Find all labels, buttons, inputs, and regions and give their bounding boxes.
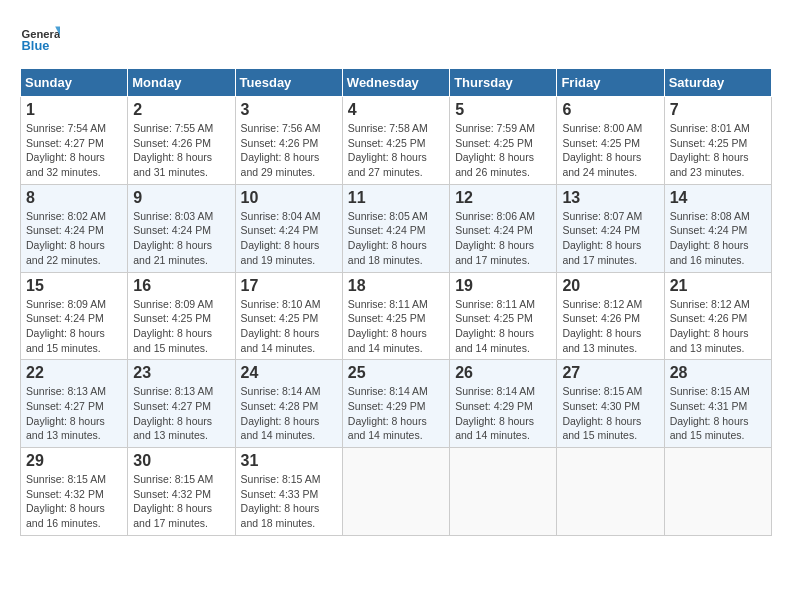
day-info: Sunrise: 8:02 AM Sunset: 4:24 PM Dayligh…	[26, 209, 122, 268]
day-info: Sunrise: 8:03 AM Sunset: 4:24 PM Dayligh…	[133, 209, 229, 268]
calendar-cell	[450, 448, 557, 536]
day-info: Sunrise: 8:09 AM Sunset: 4:25 PM Dayligh…	[133, 297, 229, 356]
weekday-saturday: Saturday	[664, 69, 771, 97]
day-info: Sunrise: 8:14 AM Sunset: 4:28 PM Dayligh…	[241, 384, 337, 443]
calendar-cell: 28Sunrise: 8:15 AM Sunset: 4:31 PM Dayli…	[664, 360, 771, 448]
week-row-2: 15Sunrise: 8:09 AM Sunset: 4:24 PM Dayli…	[21, 272, 772, 360]
day-info: Sunrise: 8:15 AM Sunset: 4:32 PM Dayligh…	[26, 472, 122, 531]
day-number: 21	[670, 277, 766, 295]
day-info: Sunrise: 8:13 AM Sunset: 4:27 PM Dayligh…	[133, 384, 229, 443]
calendar-cell: 6Sunrise: 8:00 AM Sunset: 4:25 PM Daylig…	[557, 97, 664, 185]
day-info: Sunrise: 7:59 AM Sunset: 4:25 PM Dayligh…	[455, 121, 551, 180]
weekday-tuesday: Tuesday	[235, 69, 342, 97]
calendar-cell: 12Sunrise: 8:06 AM Sunset: 4:24 PM Dayli…	[450, 184, 557, 272]
calendar-cell	[557, 448, 664, 536]
day-number: 31	[241, 452, 337, 470]
logo-icon: General Blue	[20, 20, 60, 60]
calendar-cell: 16Sunrise: 8:09 AM Sunset: 4:25 PM Dayli…	[128, 272, 235, 360]
day-number: 4	[348, 101, 444, 119]
day-info: Sunrise: 8:15 AM Sunset: 4:32 PM Dayligh…	[133, 472, 229, 531]
day-info: Sunrise: 8:08 AM Sunset: 4:24 PM Dayligh…	[670, 209, 766, 268]
week-row-0: 1Sunrise: 7:54 AM Sunset: 4:27 PM Daylig…	[21, 97, 772, 185]
day-number: 27	[562, 364, 658, 382]
calendar-cell: 13Sunrise: 8:07 AM Sunset: 4:24 PM Dayli…	[557, 184, 664, 272]
day-info: Sunrise: 8:14 AM Sunset: 4:29 PM Dayligh…	[455, 384, 551, 443]
calendar-cell: 27Sunrise: 8:15 AM Sunset: 4:30 PM Dayli…	[557, 360, 664, 448]
day-number: 16	[133, 277, 229, 295]
day-number: 28	[670, 364, 766, 382]
calendar-cell: 19Sunrise: 8:11 AM Sunset: 4:25 PM Dayli…	[450, 272, 557, 360]
day-number: 6	[562, 101, 658, 119]
calendar-cell: 9Sunrise: 8:03 AM Sunset: 4:24 PM Daylig…	[128, 184, 235, 272]
day-info: Sunrise: 8:07 AM Sunset: 4:24 PM Dayligh…	[562, 209, 658, 268]
calendar-cell: 23Sunrise: 8:13 AM Sunset: 4:27 PM Dayli…	[128, 360, 235, 448]
weekday-thursday: Thursday	[450, 69, 557, 97]
day-number: 24	[241, 364, 337, 382]
weekday-header-row: SundayMondayTuesdayWednesdayThursdayFrid…	[21, 69, 772, 97]
day-info: Sunrise: 8:10 AM Sunset: 4:25 PM Dayligh…	[241, 297, 337, 356]
day-number: 5	[455, 101, 551, 119]
calendar-cell: 10Sunrise: 8:04 AM Sunset: 4:24 PM Dayli…	[235, 184, 342, 272]
calendar-cell: 8Sunrise: 8:02 AM Sunset: 4:24 PM Daylig…	[21, 184, 128, 272]
day-number: 2	[133, 101, 229, 119]
day-number: 9	[133, 189, 229, 207]
day-info: Sunrise: 8:05 AM Sunset: 4:24 PM Dayligh…	[348, 209, 444, 268]
day-info: Sunrise: 8:12 AM Sunset: 4:26 PM Dayligh…	[562, 297, 658, 356]
calendar-cell: 20Sunrise: 8:12 AM Sunset: 4:26 PM Dayli…	[557, 272, 664, 360]
calendar-cell: 30Sunrise: 8:15 AM Sunset: 4:32 PM Dayli…	[128, 448, 235, 536]
calendar-table: SundayMondayTuesdayWednesdayThursdayFrid…	[20, 68, 772, 536]
logo: General Blue	[20, 20, 60, 60]
day-info: Sunrise: 8:12 AM Sunset: 4:26 PM Dayligh…	[670, 297, 766, 356]
day-info: Sunrise: 8:01 AM Sunset: 4:25 PM Dayligh…	[670, 121, 766, 180]
calendar-cell: 15Sunrise: 8:09 AM Sunset: 4:24 PM Dayli…	[21, 272, 128, 360]
day-number: 13	[562, 189, 658, 207]
day-number: 19	[455, 277, 551, 295]
calendar-cell	[342, 448, 449, 536]
day-number: 3	[241, 101, 337, 119]
day-info: Sunrise: 7:54 AM Sunset: 4:27 PM Dayligh…	[26, 121, 122, 180]
calendar-cell: 4Sunrise: 7:58 AM Sunset: 4:25 PM Daylig…	[342, 97, 449, 185]
calendar-cell: 26Sunrise: 8:14 AM Sunset: 4:29 PM Dayli…	[450, 360, 557, 448]
day-info: Sunrise: 8:11 AM Sunset: 4:25 PM Dayligh…	[348, 297, 444, 356]
day-info: Sunrise: 8:13 AM Sunset: 4:27 PM Dayligh…	[26, 384, 122, 443]
calendar-body: 1Sunrise: 7:54 AM Sunset: 4:27 PM Daylig…	[21, 97, 772, 536]
day-number: 8	[26, 189, 122, 207]
day-number: 17	[241, 277, 337, 295]
calendar-cell: 17Sunrise: 8:10 AM Sunset: 4:25 PM Dayli…	[235, 272, 342, 360]
day-info: Sunrise: 8:15 AM Sunset: 4:30 PM Dayligh…	[562, 384, 658, 443]
day-number: 25	[348, 364, 444, 382]
calendar-cell: 3Sunrise: 7:56 AM Sunset: 4:26 PM Daylig…	[235, 97, 342, 185]
calendar-cell: 18Sunrise: 8:11 AM Sunset: 4:25 PM Dayli…	[342, 272, 449, 360]
day-number: 15	[26, 277, 122, 295]
day-number: 23	[133, 364, 229, 382]
calendar-cell: 7Sunrise: 8:01 AM Sunset: 4:25 PM Daylig…	[664, 97, 771, 185]
page-header: General Blue	[20, 20, 772, 60]
weekday-sunday: Sunday	[21, 69, 128, 97]
day-info: Sunrise: 8:04 AM Sunset: 4:24 PM Dayligh…	[241, 209, 337, 268]
calendar-cell: 29Sunrise: 8:15 AM Sunset: 4:32 PM Dayli…	[21, 448, 128, 536]
svg-text:Blue: Blue	[22, 38, 50, 53]
calendar-cell: 5Sunrise: 7:59 AM Sunset: 4:25 PM Daylig…	[450, 97, 557, 185]
day-info: Sunrise: 8:15 AM Sunset: 4:31 PM Dayligh…	[670, 384, 766, 443]
day-number: 26	[455, 364, 551, 382]
day-info: Sunrise: 7:55 AM Sunset: 4:26 PM Dayligh…	[133, 121, 229, 180]
calendar-cell: 22Sunrise: 8:13 AM Sunset: 4:27 PM Dayli…	[21, 360, 128, 448]
day-number: 12	[455, 189, 551, 207]
day-number: 20	[562, 277, 658, 295]
day-info: Sunrise: 8:09 AM Sunset: 4:24 PM Dayligh…	[26, 297, 122, 356]
day-number: 1	[26, 101, 122, 119]
day-number: 11	[348, 189, 444, 207]
day-number: 29	[26, 452, 122, 470]
calendar-cell: 24Sunrise: 8:14 AM Sunset: 4:28 PM Dayli…	[235, 360, 342, 448]
calendar-cell: 1Sunrise: 7:54 AM Sunset: 4:27 PM Daylig…	[21, 97, 128, 185]
calendar-cell: 21Sunrise: 8:12 AM Sunset: 4:26 PM Dayli…	[664, 272, 771, 360]
day-info: Sunrise: 7:58 AM Sunset: 4:25 PM Dayligh…	[348, 121, 444, 180]
day-info: Sunrise: 7:56 AM Sunset: 4:26 PM Dayligh…	[241, 121, 337, 180]
calendar-cell	[664, 448, 771, 536]
day-info: Sunrise: 8:15 AM Sunset: 4:33 PM Dayligh…	[241, 472, 337, 531]
week-row-1: 8Sunrise: 8:02 AM Sunset: 4:24 PM Daylig…	[21, 184, 772, 272]
day-info: Sunrise: 8:11 AM Sunset: 4:25 PM Dayligh…	[455, 297, 551, 356]
calendar-cell: 14Sunrise: 8:08 AM Sunset: 4:24 PM Dayli…	[664, 184, 771, 272]
weekday-wednesday: Wednesday	[342, 69, 449, 97]
day-number: 7	[670, 101, 766, 119]
